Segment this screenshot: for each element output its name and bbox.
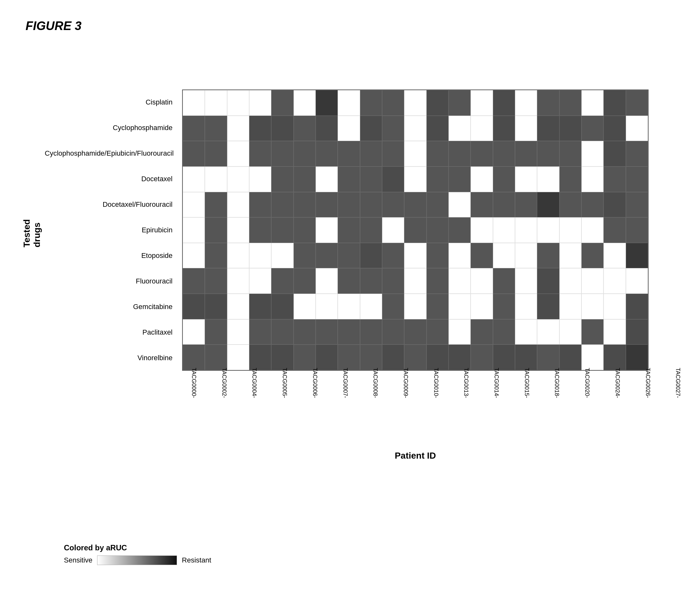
x-axis-label-1: TACG0002- xyxy=(212,374,243,444)
heatmap-cell xyxy=(559,294,581,319)
heatmap-cell xyxy=(559,90,581,116)
heatmap-cell xyxy=(338,319,360,345)
heatmap-cell xyxy=(426,167,449,192)
heatmap-cell xyxy=(603,90,626,116)
heatmap-cell xyxy=(205,90,227,116)
heatmap-cell xyxy=(183,116,205,141)
heatmap-cell xyxy=(581,141,603,167)
x-axis-label-2: TACG0004- xyxy=(243,374,273,444)
heatmap-cell xyxy=(249,90,271,116)
heatmap-cell xyxy=(515,141,537,167)
heatmap-cell xyxy=(183,167,205,192)
heatmap-cell xyxy=(559,243,581,268)
heatmap-cell xyxy=(493,192,515,218)
heatmap-cell xyxy=(581,344,603,370)
heatmap-cell xyxy=(626,243,648,268)
heatmap-cell xyxy=(626,344,648,370)
heatmap-cell xyxy=(493,294,515,319)
heatmap-cell xyxy=(426,116,449,141)
drug-label-9: Paclitaxel xyxy=(45,328,173,337)
heatmap-cell xyxy=(603,243,626,268)
heatmap-cell xyxy=(382,268,404,294)
heatmap-grid-area xyxy=(182,90,649,371)
heatmap-cell xyxy=(338,116,360,141)
heatmap-cell xyxy=(205,116,227,141)
heatmap-cell xyxy=(360,116,382,141)
heatmap-cell xyxy=(205,217,227,243)
heatmap-cell xyxy=(537,90,559,116)
heatmap-cell xyxy=(183,217,205,243)
heatmap-cell xyxy=(205,344,227,370)
x-axis-label-15: TACG0026- xyxy=(636,374,667,444)
heatmap-cell xyxy=(227,192,249,218)
heatmap-cell xyxy=(426,217,449,243)
heatmap-cell xyxy=(515,116,537,141)
heatmap-cell xyxy=(360,192,382,218)
heatmap-cell xyxy=(294,217,316,243)
heatmap-cell xyxy=(360,243,382,268)
heatmap-cell xyxy=(382,192,404,218)
heatmap-cell xyxy=(249,268,271,294)
heatmap-cell xyxy=(537,319,559,345)
heatmap-cell xyxy=(404,141,426,167)
heatmap-cell xyxy=(338,217,360,243)
heatmap-cell xyxy=(581,268,603,294)
heatmap-cell xyxy=(537,344,559,370)
heatmap-cell xyxy=(493,90,515,116)
heatmap-cell xyxy=(271,217,293,243)
heatmap-cell xyxy=(515,243,537,268)
heatmap-cell xyxy=(471,90,493,116)
heatmap-cell xyxy=(227,90,249,116)
heatmap-cell xyxy=(183,344,205,370)
heatmap-cell xyxy=(183,268,205,294)
heatmap-cell xyxy=(382,116,404,141)
heatmap-cell xyxy=(249,192,271,218)
heatmap-cell xyxy=(603,141,626,167)
heatmap-cell xyxy=(271,90,293,116)
heatmap-cell xyxy=(626,217,648,243)
heatmap-cell xyxy=(382,141,404,167)
heatmap-cell xyxy=(603,217,626,243)
heatmap-cell xyxy=(294,268,316,294)
heatmap-grid xyxy=(183,90,648,370)
heatmap-cell xyxy=(559,116,581,141)
heatmap-cell xyxy=(294,344,316,370)
drug-label-4: Docetaxel/Fluorouracil xyxy=(45,200,173,209)
heatmap-cell xyxy=(515,319,537,345)
drug-label-7: Fluorouracil xyxy=(45,277,173,285)
heatmap-cell xyxy=(316,90,338,116)
heatmap-cell xyxy=(626,167,648,192)
heatmap-cell xyxy=(426,243,449,268)
heatmap-cell xyxy=(249,167,271,192)
x-axis-label-14: TACG0024- xyxy=(606,374,636,444)
heatmap-cell xyxy=(449,319,471,345)
x-axis-label-9: TACG0013- xyxy=(454,374,485,444)
heatmap-cell xyxy=(515,268,537,294)
heatmap-cell xyxy=(316,243,338,268)
heatmap-cell xyxy=(271,294,293,319)
heatmap-cell xyxy=(227,344,249,370)
heatmap-cell xyxy=(537,268,559,294)
heatmap-cell xyxy=(537,243,559,268)
heatmap-cell xyxy=(227,116,249,141)
heatmap-cell xyxy=(205,319,227,345)
heatmap-cell xyxy=(449,294,471,319)
heatmap-cell xyxy=(294,243,316,268)
heatmap-cell xyxy=(537,141,559,167)
heatmap-cell xyxy=(426,141,449,167)
heatmap-cell xyxy=(515,344,537,370)
heatmap-cell xyxy=(581,167,603,192)
legend-resistant-label: Resistant xyxy=(182,556,211,564)
heatmap-cell xyxy=(493,268,515,294)
heatmap-cell xyxy=(537,217,559,243)
heatmap-cell xyxy=(271,319,293,345)
heatmap-cell xyxy=(382,319,404,345)
heatmap-cell xyxy=(294,167,316,192)
heatmap-cell xyxy=(360,217,382,243)
heatmap-cell xyxy=(205,243,227,268)
legend-gradient-row: Sensitive Resistant xyxy=(64,555,211,565)
heatmap-cell xyxy=(338,141,360,167)
heatmap-cell xyxy=(294,192,316,218)
heatmap-cell xyxy=(338,268,360,294)
heatmap-cell xyxy=(581,116,603,141)
